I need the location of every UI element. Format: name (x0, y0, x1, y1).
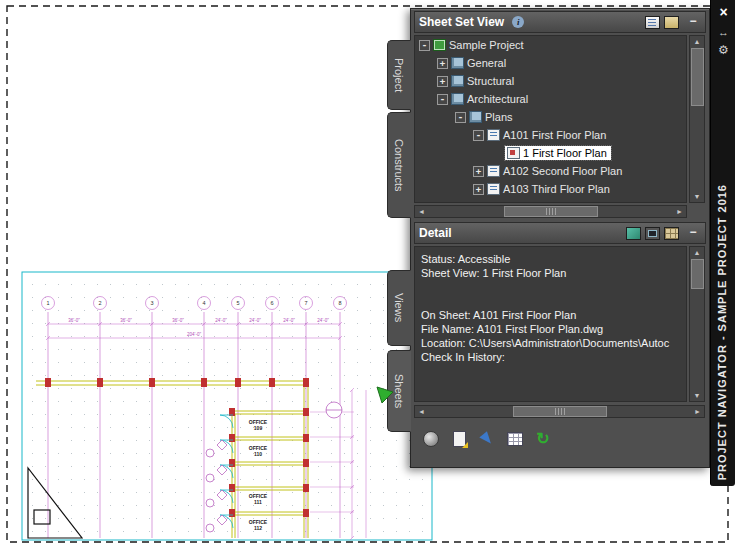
preview-pane-icon[interactable] (645, 227, 660, 240)
scroll-down-icon[interactable]: ▼ (691, 390, 704, 401)
sheet-subset-icon (451, 57, 464, 69)
sheet-views-icon[interactable] (626, 227, 641, 240)
scrollbar-thumb[interactable] (691, 48, 704, 106)
room-labels: OFFICE 109 OFFICE 110 OFFICE 111 OFFICE … (249, 419, 268, 531)
tree-item-architectural[interactable]: - Architectural (415, 90, 686, 108)
expander-icon[interactable]: - (455, 112, 466, 123)
expander-icon[interactable]: + (473, 184, 484, 195)
tree-item-structural[interactable]: + Structural (415, 72, 686, 90)
project-navigator-palette: Sheet Set View i − - Sample Project + Ge… (410, 8, 710, 468)
drawing-canvas[interactable]: 1 2 3 4 5 6 7 8 36' (0, 0, 735, 549)
expander-icon[interactable]: - (473, 130, 484, 141)
expander-icon[interactable]: + (437, 76, 448, 87)
scroll-up-icon[interactable]: ▲ (691, 247, 704, 258)
tree-item-label: Sample Project (449, 39, 524, 51)
tree-item-label: A101 First Floor Plan (503, 129, 606, 141)
sheet-set-tree: - Sample Project + General + Structural … (414, 35, 687, 203)
svg-text:204'-0": 204'-0" (187, 332, 201, 337)
svg-text:36'-0": 36'-0" (120, 318, 132, 323)
tree-item-general[interactable]: + General (415, 54, 686, 72)
svg-text:110: 110 (254, 451, 262, 457)
expander-icon[interactable]: + (437, 58, 448, 69)
folder-icon[interactable] (664, 16, 679, 29)
tab-sheets-label: Sheets (393, 374, 405, 408)
detail-status-line: Status: Accessible (421, 252, 686, 266)
archive-button[interactable] (447, 428, 471, 450)
tab-views-label: Views (393, 293, 405, 322)
expander-icon[interactable]: - (419, 40, 430, 51)
sheet-subset-icon (451, 75, 464, 87)
grid-bubble-numbers: 1 2 3 4 5 6 7 8 (46, 300, 341, 306)
close-icon[interactable]: × (711, 4, 735, 20)
detail-panel: Status: Accessible Sheet View: 1 First F… (414, 246, 687, 402)
scroll-right-icon[interactable]: ► (673, 206, 686, 217)
scroll-up-icon[interactable]: ▲ (691, 36, 704, 47)
svg-text:8: 8 (338, 300, 341, 306)
tree-item-sample-project[interactable]: - Sample Project (415, 36, 686, 54)
scrollbar-thumb[interactable] (504, 206, 598, 217)
etransmit-button[interactable] (419, 428, 443, 450)
walls (36, 381, 308, 538)
detail-blank-line (421, 294, 686, 308)
collapse-detail-button[interactable]: − (685, 226, 701, 240)
tree-item-label: A103 Third Floor Plan (503, 183, 610, 195)
scrollbar-thumb[interactable] (691, 259, 704, 289)
tab-constructs-label: Constructs (393, 139, 405, 192)
svg-text:4: 4 (202, 300, 205, 306)
expander-icon[interactable]: + (473, 166, 484, 177)
scroll-left-icon[interactable]: ◄ (415, 206, 428, 217)
detail-location-line: Location: C:\Users\Administrator\Documen… (421, 336, 686, 350)
palette-title-bar[interactable]: × ↔ ⚙ PROJECT NAVIGATOR - SAMPLE PROJECT… (710, 0, 735, 486)
sheet-set-icon (433, 39, 446, 51)
svg-text:1: 1 (46, 300, 49, 306)
properties-table-icon[interactable] (664, 227, 679, 240)
collapse-tree-button[interactable]: − (685, 15, 701, 29)
tree-item-a103[interactable]: + A103 Third Floor Plan (415, 180, 686, 198)
refresh-project-button[interactable]: ↻ (531, 428, 555, 450)
archive-icon (453, 431, 466, 447)
tab-constructs[interactable]: Constructs (387, 112, 411, 218)
sheet-icon (487, 165, 500, 177)
tree-item-first-floor-plan-view[interactable]: 1 First Floor Plan (415, 144, 686, 162)
green-arrow-indicator (376, 386, 394, 404)
detail-blank-line (421, 280, 686, 294)
selected-tree-item[interactable]: 1 First Floor Plan (505, 146, 611, 160)
detail-vertical-scrollbar[interactable]: ▲ ▼ (689, 246, 705, 402)
expander-icon[interactable]: - (437, 94, 448, 105)
stair-triangle (28, 468, 82, 538)
svg-text:24'-0": 24'-0" (215, 318, 227, 323)
scroll-left-icon[interactable]: ◄ (415, 406, 428, 417)
svg-text:24'-0": 24'-0" (283, 318, 295, 323)
tree-horizontal-scrollbar[interactable]: ◄ ► (414, 205, 687, 218)
edit-sheet-icon[interactable] (645, 16, 660, 29)
scroll-right-icon[interactable]: ► (691, 406, 704, 417)
svg-text:111: 111 (254, 499, 262, 505)
gear-icon[interactable]: ⚙ (711, 42, 735, 58)
info-icon[interactable]: i (512, 16, 524, 28)
publish-button[interactable] (475, 428, 499, 450)
sheet-selections-button[interactable] (503, 428, 527, 450)
sheet-icon (487, 129, 500, 141)
sheet-view-icon (507, 147, 520, 159)
tab-project[interactable]: Project (387, 40, 411, 110)
detail-file-name-line: File Name: A101 First Floor Plan.dwg (421, 322, 686, 336)
tree-item-plans[interactable]: - Plans (415, 108, 686, 126)
scrollbar-thumb[interactable] (513, 406, 607, 417)
sheet-subset-icon (469, 111, 482, 123)
sheet-subset-icon (451, 93, 464, 105)
tree-item-a101[interactable]: - A101 First Floor Plan (415, 126, 686, 144)
tab-views[interactable]: Views (387, 270, 411, 346)
detail-sheet-view-line: Sheet View: 1 First Floor Plan (421, 266, 686, 280)
tree-vertical-scrollbar[interactable]: ▲ ▼ (689, 35, 705, 203)
scroll-down-icon[interactable]: ▼ (691, 191, 704, 202)
refresh-icon: ↻ (536, 431, 549, 447)
sheet-selections-icon (507, 432, 523, 446)
svg-text:3: 3 (150, 300, 153, 306)
tree-item-label: Plans (485, 111, 513, 123)
detail-horizontal-scrollbar[interactable]: ◄ ► (414, 405, 705, 418)
tree-item-a102[interactable]: + A102 Second Floor Plan (415, 162, 686, 180)
auto-hide-icon[interactable]: ↔ (711, 24, 735, 40)
detail-header: Detail − (414, 222, 706, 244)
tree-item-label: 1 First Floor Plan (523, 147, 607, 159)
svg-text:2: 2 (98, 300, 101, 306)
